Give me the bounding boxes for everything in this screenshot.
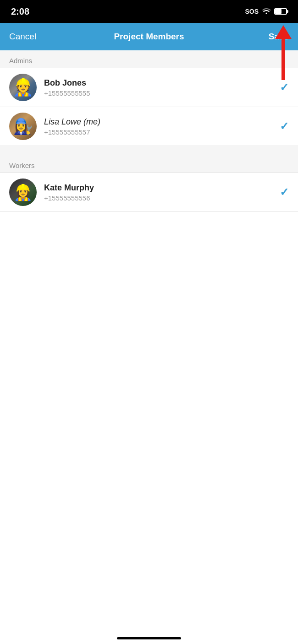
member-phone: +15555555555 [44, 89, 280, 97]
annotation-arrow [275, 25, 292, 80]
workers-section-title: Workers [9, 162, 35, 169]
status-time: 2:08 [11, 6, 29, 17]
content-area: Admins Bob Jones +15555555555 ✓ Lisa Low… [0, 50, 298, 212]
list-item[interactable]: Bob Jones +15555555555 ✓ [0, 68, 298, 107]
status-icons: SOS [245, 7, 287, 16]
avatar [9, 179, 37, 206]
wifi-icon [262, 7, 270, 16]
member-info: Bob Jones +15555555555 [44, 78, 280, 97]
admins-section-header: Admins [0, 50, 298, 68]
status-bar: 2:08 SOS [0, 0, 298, 23]
page-title: Project Members [114, 32, 184, 42]
member-name: Bob Jones [44, 78, 280, 88]
member-name: Lisa Lowe (me) [44, 117, 280, 127]
workers-section: Workers Kate Murphy +15555555556 ✓ [0, 155, 298, 212]
checkmark-icon: ✓ [280, 81, 289, 94]
workers-section-header: Workers [0, 155, 298, 173]
nav-bar: Cancel Project Members Save [0, 23, 298, 50]
avatar [9, 74, 37, 101]
arrow-head-icon [275, 25, 292, 39]
phone-body: Cancel Project Members Save Admins Bob J… [0, 23, 298, 644]
member-info: Kate Murphy +15555555556 [44, 183, 280, 202]
checkmark-icon: ✓ [280, 120, 289, 133]
member-name: Kate Murphy [44, 183, 280, 193]
list-item[interactable]: Lisa Lowe (me) +15555555557 ✓ [0, 107, 298, 146]
battery-icon [274, 8, 287, 15]
list-item[interactable]: Kate Murphy +15555555556 ✓ [0, 173, 298, 212]
sos-icon: SOS [245, 8, 259, 15]
checkmark-icon: ✓ [280, 186, 289, 199]
member-info: Lisa Lowe (me) +15555555557 [44, 117, 280, 136]
avatar [9, 113, 37, 140]
member-phone: +15555555557 [44, 128, 280, 136]
arrow-shaft [281, 39, 285, 80]
member-phone: +15555555556 [44, 194, 280, 202]
cancel-button[interactable]: Cancel [9, 32, 36, 42]
home-indicator [117, 637, 181, 639]
admins-section-title: Admins [9, 57, 32, 65]
